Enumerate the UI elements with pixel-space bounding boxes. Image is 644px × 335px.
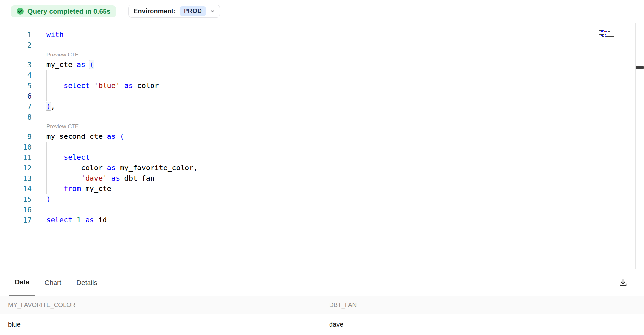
results-panel: DataChartDetails MY_FAVORITE_COLORDBT_FA… [0,269,644,335]
minimap-token [604,40,605,40]
minimap[interactable] [598,29,635,40]
code-line[interactable]: 2 [0,40,598,50]
query-status-badge: Query completed in 0.65s [11,5,116,17]
preview-cte-lens[interactable]: Preview CTE [0,50,598,59]
code-token [46,81,64,89]
code-token: dbt_fan [124,174,154,182]
code-text [46,70,598,80]
table-row: bluedave [0,314,644,335]
code-line[interactable]: 9my_second_cte as ( [0,131,598,142]
tab-data[interactable]: Data [9,269,35,296]
indent-guide [46,80,47,91]
indent-guide [46,183,47,194]
code-lines: 1with2Preview CTE3my_cte as (45 select '… [0,29,598,225]
code-token [116,164,120,172]
code-text: from my_cte [46,183,598,194]
code-token [81,216,85,224]
code-token [72,60,76,69]
code-text: color as my_favorite_color, [46,163,598,173]
line-number: 3 [0,61,32,69]
minimap-token [604,31,606,32]
code-line[interactable]: 6 [0,91,598,101]
code-line[interactable]: 13 'dave' as dbt_fan [0,173,598,183]
code-token [46,153,64,161]
code-token [120,81,124,89]
code-text: with [46,29,598,40]
code-token: id [98,216,107,224]
code-line[interactable]: 16 [0,204,598,215]
code-token: from [64,184,81,193]
code-line[interactable]: 3my_cte as ( [0,59,598,70]
line-number: 13 [0,174,32,183]
minimap-token [608,31,610,32]
code-text: my_cte as ( [46,59,598,70]
table-cell: dave [329,321,644,328]
minimap-token [599,29,601,29]
download-icon [618,278,628,288]
tab-details[interactable]: Details [71,269,103,296]
code-line[interactable]: 8 [0,112,598,122]
code-token [81,184,85,193]
sql-editor[interactable]: 1with2Preview CTE3my_cte as (45 select '… [0,23,635,269]
line-number: 16 [0,206,32,214]
code-token: 'blue' [94,81,120,89]
code-token: color [81,164,103,172]
code-token: as [85,216,94,224]
line-number: 17 [0,216,32,224]
minimap-token [601,31,603,32]
line-number: 12 [0,164,32,172]
right-panel-strip [635,23,644,269]
line-number: 6 [0,92,32,100]
indent-guide [64,173,64,183]
minimap-token [603,38,605,38]
code-token: select [64,153,89,161]
chevron-down-icon [210,9,215,14]
code-line[interactable]: 14 from my_cte [0,183,598,194]
code-token: as [111,174,120,182]
column-header: MY_FAVORITE_COLOR [8,301,329,309]
environment-value-badge: PROD [180,6,206,16]
code-token: with [46,30,64,39]
results-table-header: MY_FAVORITE_COLORDBT_FAN [0,296,644,314]
code-line[interactable]: 4 [0,70,598,80]
indent-guide [46,173,47,183]
code-line[interactable]: 7), [0,101,598,112]
code-line[interactable]: 17select 1 as id [0,215,598,225]
download-results-button[interactable] [617,269,629,296]
tab-chart[interactable]: Chart [40,269,67,296]
indent-guide [46,142,47,152]
code-token [120,174,124,182]
code-line[interactable]: 5 select 'blue' as color [0,80,598,91]
code-token: as [77,60,86,69]
code-token [85,60,89,69]
code-line[interactable]: 15) [0,194,598,204]
code-text: my_second_cte as ( [46,131,598,142]
code-text: select [46,152,598,163]
code-text [46,40,598,50]
indent-guide [46,70,47,80]
code-token: my_cte [46,60,72,69]
code-token: 1 [77,216,81,224]
minimap-token [599,40,602,40]
line-number: 8 [0,113,32,121]
code-line[interactable]: 10 [0,142,598,152]
environment-selector[interactable]: Environment: PROD [128,5,220,18]
code-token: my_cte [85,184,111,193]
column-header: DBT_FAN [329,301,644,309]
code-line[interactable]: 1with [0,29,598,40]
code-line[interactable]: 11 select [0,152,598,163]
preview-cte-lens[interactable]: Preview CTE [0,122,598,131]
code-token [103,132,107,140]
code-text: ) [46,194,598,204]
code-token: select [46,216,72,224]
line-number: 9 [0,133,32,141]
minimap-line [599,40,635,40]
panel-resize-handle[interactable] [636,66,644,69]
code-token [89,81,94,89]
indent-guide [46,91,47,101]
code-token [72,216,76,224]
code-text: 'dave' as dbt_fan [46,173,598,183]
code-line[interactable]: 12 color as my_favorite_color, [0,163,598,173]
line-number: 7 [0,103,32,111]
code-token: my_favorite_color, [120,164,198,172]
